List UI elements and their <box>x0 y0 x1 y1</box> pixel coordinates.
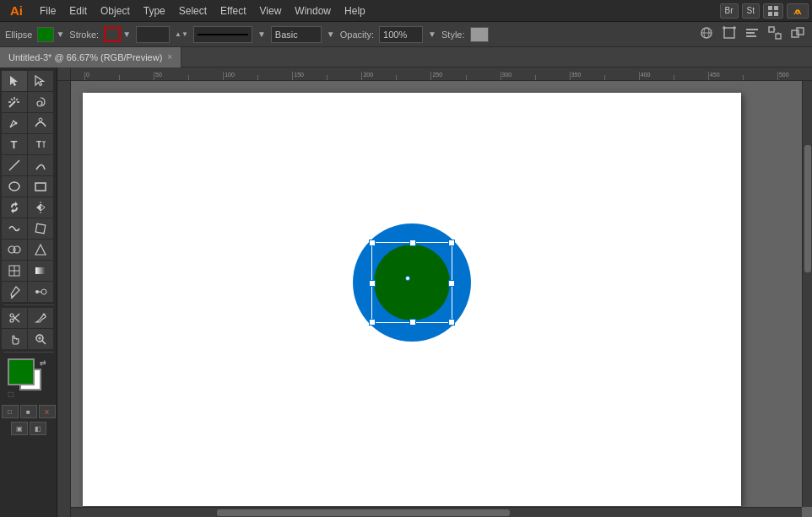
stock-icon-btn[interactable]: St <box>742 3 760 19</box>
stroke-color-swatch[interactable] <box>104 27 121 42</box>
behind-mode-icon[interactable]: ■ <box>20 405 37 418</box>
tab-close-button[interactable]: × <box>167 52 172 62</box>
menu-effect[interactable]: Effect <box>214 3 252 19</box>
horizontal-scroll-thumb[interactable] <box>217 509 509 516</box>
magic-wand-tool-btn[interactable] <box>2 92 27 112</box>
center-point <box>405 276 410 281</box>
hand-tool-btn[interactable] <box>2 329 27 349</box>
vertical-scrollbar[interactable] <box>802 81 812 507</box>
screen-icon[interactable]: ▣ <box>11 422 28 435</box>
toolbar-separator <box>3 304 54 305</box>
reflect-tool-btn[interactable] <box>28 197 53 218</box>
menu-file[interactable]: File <box>33 3 62 19</box>
ellipse-tool-btn[interactable] <box>2 176 27 197</box>
menu-select[interactable]: Select <box>172 3 214 19</box>
perspective-tool-btn[interactable] <box>28 240 53 260</box>
fill-dropdown-arrow[interactable]: ▼ <box>56 30 64 39</box>
menu-view[interactable]: View <box>253 3 289 19</box>
fill-color-swatch[interactable] <box>37 27 54 42</box>
direct-selection-tool-btn[interactable] <box>28 71 53 91</box>
scissors-tool-btn[interactable] <box>2 308 27 328</box>
blend-tool-btn[interactable] <box>28 282 53 302</box>
rotate-tool-btn[interactable] <box>2 197 27 218</box>
style-arrow[interactable]: ▼ <box>327 30 335 39</box>
stroke-width-arrows[interactable]: ▲▼ <box>175 30 188 38</box>
rect-tool-btn[interactable] <box>28 176 53 197</box>
svg-rect-3 <box>774 12 778 16</box>
svg-rect-35 <box>35 183 46 191</box>
svg-line-23 <box>16 99 18 100</box>
align-left-icon[interactable] <box>743 26 761 42</box>
presentation-icon[interactable]: ◧ <box>30 422 46 435</box>
broadcast-icon-btn[interactable] <box>787 3 809 19</box>
svg-rect-0 <box>768 6 772 10</box>
arc-tool-btn[interactable] <box>28 155 53 175</box>
transform-icon[interactable] <box>766 26 784 42</box>
curvature-tool-btn[interactable] <box>28 113 53 133</box>
style-input[interactable] <box>271 26 322 43</box>
tick <box>743 75 777 80</box>
svg-rect-13 <box>746 29 758 30</box>
horizontal-scrollbar[interactable] <box>71 507 802 517</box>
tab-title: Untitled-3* @ 66.67% (RGB/Preview) <box>8 52 162 62</box>
menu-edit[interactable]: Edit <box>62 3 94 19</box>
globe-icon[interactable] <box>697 26 716 42</box>
transform-tools-row <box>2 197 56 218</box>
menu-type[interactable]: Type <box>137 3 172 19</box>
shape-tools-row <box>2 176 56 197</box>
graphic-container[interactable]: om <box>353 223 471 342</box>
lasso-tool-btn[interactable] <box>28 92 53 112</box>
swap-colors-icon[interactable]: ⇄ <box>40 358 50 369</box>
tick: 500 <box>777 72 812 80</box>
foreground-color-swatch[interactable] <box>8 358 35 385</box>
svg-point-29 <box>39 118 42 121</box>
inner-circle[interactable] <box>374 245 450 320</box>
gradient-tool-btn[interactable] <box>28 261 53 281</box>
artboard[interactable]: om <box>83 93 741 506</box>
menu-help[interactable]: Help <box>338 3 372 19</box>
stroke-dropdown-arrow[interactable]: ▼ <box>122 30 131 39</box>
pathfinder-icon[interactable] <box>788 26 807 42</box>
touch-type-tool-btn[interactable]: T <box>28 134 53 154</box>
grid-layout-icon-btn[interactable] <box>763 3 783 19</box>
warp-tool-btn[interactable] <box>2 218 27 239</box>
normal-mode-icon[interactable]: □ <box>2 405 19 418</box>
pen-tool-btn[interactable] <box>2 113 27 133</box>
tick: 200 <box>361 72 396 80</box>
document-tab[interactable]: Untitled-3* @ 66.67% (RGB/Preview) × <box>0 47 181 67</box>
color-swatch-area: ⇄ ⬚ <box>8 358 50 401</box>
vertical-scroll-thumb[interactable] <box>804 145 811 273</box>
default-colors-icon[interactable]: ⬚ <box>8 390 18 401</box>
line-tool-btn[interactable] <box>2 155 27 175</box>
svg-point-47 <box>41 289 46 294</box>
rotation-handle[interactable] <box>479 261 488 269</box>
artboard-icon[interactable] <box>720 26 739 42</box>
menu-object[interactable]: Object <box>94 3 137 19</box>
main-layout: T T <box>0 67 812 517</box>
knife-tool-btn[interactable] <box>28 308 53 328</box>
tick: 0 <box>84 72 119 80</box>
free-transform-tool-btn[interactable] <box>28 218 53 239</box>
mesh-tool-btn[interactable] <box>2 261 27 281</box>
eyedropper-tool-btn[interactable] <box>2 282 27 302</box>
stroke-width-input[interactable] <box>136 26 170 43</box>
selection-tool-btn[interactable] <box>2 71 27 91</box>
tick: 400 <box>639 72 674 80</box>
svg-rect-21 <box>797 28 804 35</box>
canvas-area[interactable]: 0 50 100 150 200 250 300 350 400 450 <box>57 67 812 517</box>
type-tool-btn[interactable]: T <box>2 134 27 154</box>
menu-window[interactable]: Window <box>288 3 338 19</box>
stroke-style-selector[interactable] <box>193 26 252 43</box>
svg-rect-8 <box>724 28 734 38</box>
zoom-tool-btn[interactable] <box>28 329 53 349</box>
shape-builder-tool-btn[interactable] <box>2 240 27 260</box>
bridge-icon-btn[interactable]: Br <box>720 3 739 19</box>
stroke-style-arrow[interactable]: ▼ <box>257 30 266 39</box>
options-bar: Ellipse ▼ Stroke: ▼ ▲▼ ▼ ▼ Opacity: ▼ St… <box>0 22 812 47</box>
opacity-arrow[interactable]: ▼ <box>428 30 436 39</box>
puppet-tools-row <box>2 240 56 260</box>
style-swatch[interactable] <box>470 27 489 42</box>
menu-right-icons: Br St <box>720 3 809 19</box>
full-screen-mode-icon[interactable]: X <box>39 405 56 418</box>
opacity-input[interactable] <box>379 26 423 43</box>
